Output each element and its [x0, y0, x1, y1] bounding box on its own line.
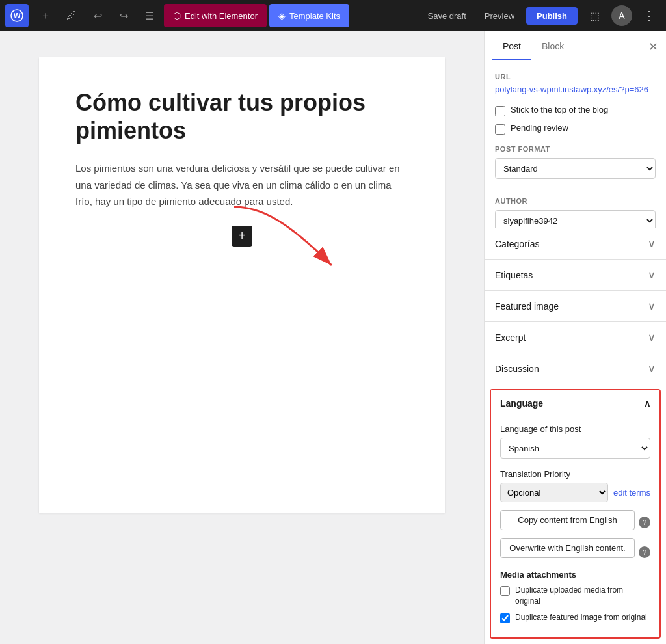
- categorias-label: Categorías: [495, 239, 539, 249]
- post-format-label: POST FORMAT: [495, 145, 656, 153]
- etiquetas-section: Etiquetas ∨: [485, 259, 666, 290]
- elementor-icon: ⬡: [173, 10, 181, 21]
- tab-post[interactable]: Post: [492, 33, 531, 60]
- edit-with-elementor-button[interactable]: ⬡ Edit with Elementor: [164, 4, 267, 27]
- language-chevron: ∧: [644, 398, 650, 409]
- overwrite-label: Overwrite with English content.: [509, 543, 625, 553]
- preview-button[interactable]: Preview: [478, 7, 521, 25]
- etiquetas-chevron: ∨: [648, 269, 656, 281]
- wp-logo[interactable]: W: [5, 4, 29, 27]
- main-layout: Cómo cultivar tus propios pimientos Los …: [0, 31, 666, 644]
- copy-content-button[interactable]: Copy content from English: [500, 510, 635, 530]
- overwrite-row: Overwrite with English content. ?: [500, 538, 650, 566]
- discussion-header[interactable]: Discussion ∨: [485, 353, 666, 384]
- copy-content-help-icon[interactable]: ?: [639, 517, 650, 528]
- pending-review-label: Pending review: [511, 123, 568, 133]
- sidebar-tabs: Post Block ✕: [485, 31, 666, 62]
- excerpt-chevron: ∨: [648, 331, 656, 343]
- duplicate-featured-label: Duplicate featured image from original: [515, 612, 647, 623]
- editor-content: Cómo cultivar tus propios pimientos Los …: [39, 57, 445, 513]
- url-label: URL: [495, 73, 656, 81]
- overwrite-help-icon[interactable]: ?: [639, 546, 650, 558]
- duplicate-uploaded-label: Duplicate uploaded media from original: [515, 585, 650, 607]
- url-link[interactable]: polylang-vs-wpml.instawp.xyz/es/?p=626: [495, 85, 656, 94]
- copy-content-row: Copy content from English ?: [500, 510, 650, 534]
- language-header[interactable]: Language ∧: [491, 390, 659, 416]
- edit-terms-link[interactable]: edit terms: [613, 488, 650, 498]
- user-avatar[interactable]: A: [611, 5, 632, 26]
- toolbar-left: W ＋ 🖊 ↩ ↪ ☰ ⬡ Edit with Elementor ◈ Temp…: [5, 4, 419, 27]
- add-block-toolbar-button[interactable]: ＋: [34, 4, 57, 27]
- pending-review-row: Pending review: [495, 123, 656, 135]
- template-kits-icon: ◈: [278, 10, 286, 21]
- etiquetas-label: Etiquetas: [495, 270, 533, 280]
- svg-text:W: W: [14, 12, 21, 20]
- featured-image-chevron: ∨: [648, 300, 656, 312]
- undo-button[interactable]: ↩: [86, 4, 109, 27]
- translation-priority-label: Translation Priority: [500, 469, 650, 479]
- featured-image-section: Featured image ∨: [485, 290, 666, 321]
- excerpt-label: Excerpt: [495, 332, 526, 343]
- stick-to-top-checkbox[interactable]: [495, 106, 505, 116]
- categorias-chevron: ∨: [648, 237, 656, 250]
- pending-review-checkbox[interactable]: [495, 124, 505, 135]
- duplicate-uploaded-row: Duplicate uploaded media from original: [500, 585, 650, 607]
- stick-to-top-row: Stick to the top of the blog: [495, 105, 656, 116]
- sidebar-close-button[interactable]: ✕: [648, 40, 658, 54]
- duplicate-featured-checkbox[interactable]: [500, 613, 510, 623]
- post-body[interactable]: Los pimientos son una verdura deliciosa …: [75, 160, 408, 210]
- excerpt-header[interactable]: Excerpt ∨: [485, 322, 666, 353]
- language-of-post-label: Language of this post: [500, 424, 650, 434]
- view-toggle-button[interactable]: ⬚: [583, 4, 606, 27]
- discussion-section: Discussion ∨: [485, 353, 666, 384]
- template-kits-button[interactable]: ◈ Template Kits: [269, 4, 349, 27]
- template-kits-label: Template Kits: [289, 11, 340, 21]
- post-title[interactable]: Cómo cultivar tus propios pimientos: [75, 88, 408, 144]
- publish-button[interactable]: Publish: [526, 7, 578, 25]
- url-row: URL polylang-vs-wpml.instawp.xyz/es/?p=6…: [495, 73, 656, 94]
- elementor-label: Edit with Elementor: [185, 11, 258, 21]
- etiquetas-header[interactable]: Etiquetas ∨: [485, 260, 666, 290]
- translation-priority-select[interactable]: Opcional: [500, 483, 608, 502]
- duplicate-featured-row: Duplicate featured image from original: [500, 612, 650, 623]
- discussion-label: Discussion: [495, 364, 539, 374]
- featured-image-header[interactable]: Featured image ∨: [485, 291, 666, 321]
- list-view-button[interactable]: ☰: [138, 4, 161, 27]
- post-format-select[interactable]: Standard: [495, 158, 656, 179]
- author-select[interactable]: siyapifihe3942: [495, 210, 656, 228]
- translation-priority-row: Opcional edit terms: [500, 483, 650, 502]
- tab-block[interactable]: Block: [531, 33, 574, 60]
- language-section: Language ∧ Language of this post Spanish…: [490, 389, 661, 639]
- language-of-post-select[interactable]: Spanish: [500, 438, 650, 459]
- sidebar: Post Block ✕ URL polylang-vs-wpml.instaw…: [484, 31, 666, 644]
- stick-to-top-label: Stick to the top of the blog: [511, 105, 608, 114]
- redo-button[interactable]: ↪: [112, 4, 135, 27]
- language-label: Language: [500, 398, 543, 409]
- toolbar-right: Save draft Preview Publish ⬚ A ⋮: [421, 4, 661, 27]
- tools-button[interactable]: 🖊: [60, 4, 83, 27]
- editor-area: Cómo cultivar tus propios pimientos Los …: [0, 31, 484, 644]
- overwrite-button[interactable]: Overwrite with English content.: [500, 538, 635, 558]
- save-draft-button[interactable]: Save draft: [421, 7, 473, 25]
- add-block-button[interactable]: +: [232, 226, 252, 247]
- sidebar-content: URL polylang-vs-wpml.instawp.xyz/es/?p=6…: [485, 62, 666, 228]
- duplicate-uploaded-checkbox[interactable]: [500, 586, 510, 596]
- discussion-chevron: ∨: [648, 362, 656, 375]
- featured-image-label: Featured image: [495, 301, 559, 312]
- more-options-button[interactable]: ⋮: [637, 4, 661, 27]
- toolbar: W ＋ 🖊 ↩ ↪ ☰ ⬡ Edit with Elementor ◈ Temp…: [0, 0, 666, 31]
- copy-content-label: Copy content from English: [518, 515, 617, 525]
- language-body: Language of this post Spanish Translatio…: [491, 424, 659, 637]
- media-attachments-label: Media attachments: [500, 570, 650, 580]
- author-label: AUTHOR: [495, 197, 656, 205]
- excerpt-section: Excerpt ∨: [485, 321, 666, 353]
- categorias-header[interactable]: Categorías ∨: [485, 228, 666, 259]
- categorias-section: Categorías ∨: [485, 228, 666, 259]
